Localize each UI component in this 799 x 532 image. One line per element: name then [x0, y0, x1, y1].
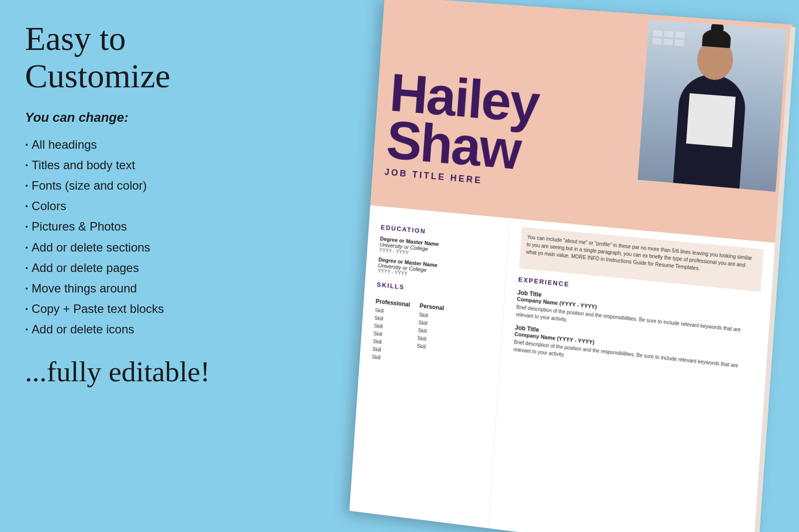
skills-columns: Professional Skill Skill Skill Skill Ski… [372, 293, 491, 373]
resume-name: Hailey Shaw JOB TITLE HERE [384, 69, 540, 191]
subtitle: You can change: [25, 110, 240, 125]
person-silhouette [638, 19, 787, 192]
resume-body: EDUCATION Degree or Master Name Universi… [350, 205, 778, 532]
footer-text: ...fully editable! [25, 354, 240, 389]
feature-list: All headings Titles and body text Fonts … [25, 134, 240, 340]
professional-skills: Professional Skill Skill Skill Skill Ski… [372, 293, 410, 365]
list-item: Add or delete pages [25, 258, 240, 278]
list-item: Add or delete sections [25, 237, 240, 258]
left-panel: Easy to Customize You can change: All he… [0, 0, 265, 532]
resume-right-column: You can include "about me" or "profile" … [489, 218, 778, 532]
main-title: Easy to Customize [25, 20, 240, 95]
photo-placeholder [638, 19, 787, 192]
resume-wrapper: Hailey Shaw JOB TITLE HERE [350, 0, 793, 532]
list-item: Move things around [25, 278, 240, 298]
list-item: Titles and body text [25, 155, 240, 175]
list-item: Fonts (size and color) [25, 175, 240, 196]
list-item: Colors [25, 196, 240, 216]
list-item: All headings [25, 134, 240, 155]
list-item: Copy + Paste text blocks [25, 298, 240, 319]
list-item: Add or delete icons [25, 319, 240, 339]
resume-left-column: EDUCATION Degree or Master Name Universi… [350, 205, 510, 528]
personal-skills: Personal Skill Skill Skill Skill Skill [415, 297, 444, 368]
resume-card: Hailey Shaw JOB TITLE HERE [350, 0, 793, 532]
resume-header: Hailey Shaw JOB TITLE HERE [370, 0, 793, 243]
list-item: Pictures & Photos [25, 216, 240, 237]
